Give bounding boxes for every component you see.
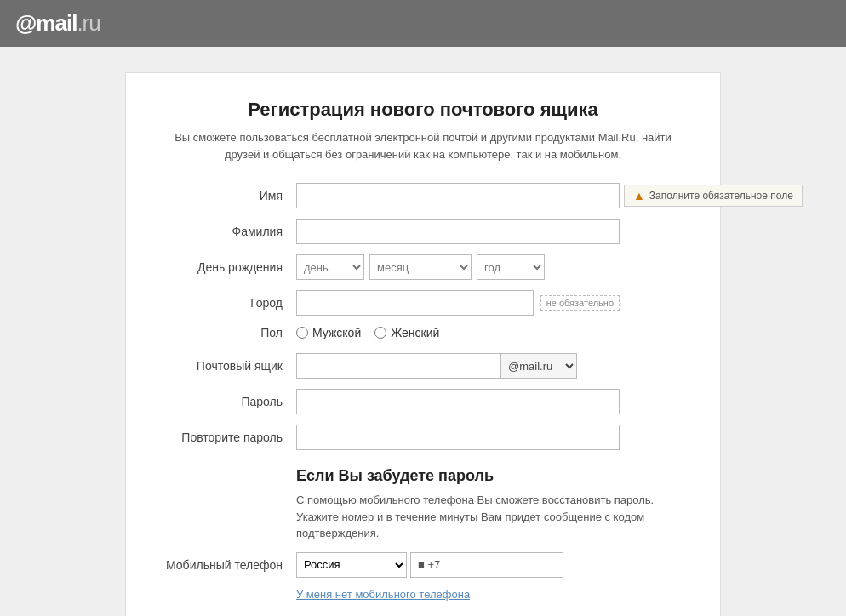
logo-at: @	[15, 10, 36, 36]
birthday-label: День рождения	[160, 260, 296, 274]
header: @mail.ru	[0, 0, 846, 47]
phone-number-input[interactable]	[410, 552, 563, 578]
surname-label: Фамилия	[160, 225, 296, 238]
mailbox-input[interactable]	[296, 353, 500, 379]
city-input[interactable]	[296, 290, 534, 316]
forgot-text-line2: Укажите номер и в течение минуты Вам при…	[296, 510, 644, 540]
name-label: Имя	[160, 189, 296, 202]
gender-male-label: Мужской	[312, 326, 361, 339]
phone-label: Мобильный телефон	[160, 558, 296, 572]
phone-country-select[interactable]: Россия Украина Беларусь Казахстан	[296, 552, 407, 578]
logo-dotru: .ru	[77, 10, 100, 36]
password-input[interactable]	[296, 389, 620, 414]
name-row: Имя ▲ Заполните обязательное поле	[160, 183, 686, 208]
birthday-year-select[interactable]: год for(let y=2024;y>=1920;y--) document…	[477, 254, 545, 280]
mailbox-domain-select[interactable]: @mail.ru @inbox.ru @list.ru @bk.ru	[500, 353, 577, 379]
logo-mail: mail	[36, 10, 77, 36]
forgot-section: Если Вы забудете пароль С помощью мобиль…	[160, 467, 686, 542]
optional-badge: не обязательно	[540, 295, 620, 311]
surname-row: Фамилия	[160, 219, 686, 244]
page-subtitle: Вы сможете пользоваться бесплатной элект…	[160, 129, 686, 163]
birthday-day-select[interactable]: день for(let i=1;i<=31;i++) document.wri…	[296, 254, 364, 280]
password-confirm-label: Повторите пароль	[160, 431, 296, 444]
mailbox-label: Почтовый ящик	[160, 359, 296, 373]
birthday-row: День рождения день for(let i=1;i<=31;i++…	[160, 254, 686, 280]
validation-tooltip: ▲ Заполните обязательное поле	[624, 185, 803, 207]
phone-wrapper: Россия Украина Беларусь Казахстан	[296, 552, 563, 578]
city-wrapper: не обязательно	[296, 290, 620, 316]
forgot-title: Если Вы забудете пароль	[296, 467, 686, 485]
password-confirm-row: Повторите пароль	[160, 425, 686, 450]
gender-female-option[interactable]: Женский	[374, 326, 439, 339]
password-confirm-input[interactable]	[296, 425, 620, 450]
validation-text: Заполните обязательное поле	[649, 190, 793, 202]
city-label: Город	[160, 296, 296, 310]
birthday-month-select[interactable]: месяц Январь Февраль Март Апрель Май Июн…	[369, 254, 472, 280]
warning-icon: ▲	[633, 189, 645, 202]
gender-male-option[interactable]: Мужской	[296, 326, 361, 339]
gender-options: Мужской Женский	[296, 326, 439, 339]
gender-label: Пол	[160, 326, 296, 339]
mailbox-row: Почтовый ящик @mail.ru @inbox.ru @list.r…	[160, 353, 686, 379]
logo: @mail.ru	[15, 10, 100, 37]
gender-male-radio[interactable]	[296, 327, 308, 339]
forgot-text-line1: С помощью мобильного телефона Вы сможете…	[296, 493, 654, 506]
registration-form-container: Регистрация нового почтового ящика Вы см…	[125, 72, 721, 616]
mailbox-wrapper: @mail.ru @inbox.ru @list.ru @bk.ru	[296, 353, 577, 379]
surname-input[interactable]	[296, 219, 620, 244]
page-title: Регистрация нового почтового ящика	[160, 99, 686, 121]
name-input[interactable]	[296, 183, 620, 208]
password-label: Пароль	[160, 395, 296, 408]
gender-row: Пол Мужской Женский	[160, 326, 686, 339]
birthday-selects: день for(let i=1;i<=31;i++) document.wri…	[296, 254, 545, 280]
no-phone-link[interactable]: У меня нет мобильного телефона	[296, 588, 686, 601]
gender-female-label: Женский	[391, 326, 439, 339]
phone-row: Мобильный телефон Россия Украина Беларус…	[160, 552, 686, 578]
forgot-text: С помощью мобильного телефона Вы сможете…	[296, 492, 686, 542]
city-row: Город не обязательно	[160, 290, 686, 316]
gender-female-radio[interactable]	[374, 327, 386, 339]
password-row: Пароль	[160, 389, 686, 414]
